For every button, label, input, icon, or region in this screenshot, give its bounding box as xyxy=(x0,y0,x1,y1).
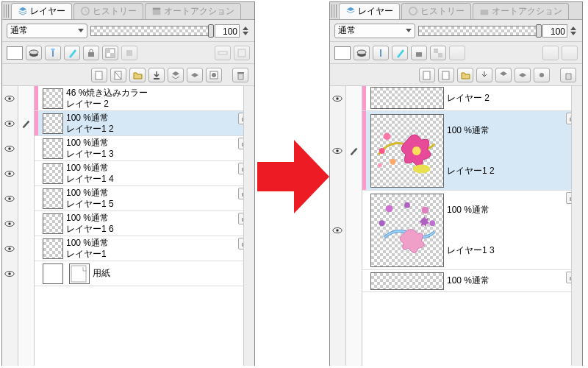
transfer-down-button[interactable] xyxy=(476,68,492,82)
reference-layer-button[interactable] xyxy=(45,46,61,60)
transfer-down-button[interactable] xyxy=(148,68,165,82)
layer-row[interactable]: 100 %通常 xyxy=(362,270,582,292)
opacity-stepper[interactable] xyxy=(243,26,250,35)
layer-thumbnail[interactable] xyxy=(43,263,63,284)
layer-thumbnail[interactable] xyxy=(370,194,444,267)
layer-row[interactable]: 100 %通常 レイヤー1 5 xyxy=(35,186,254,211)
visibility-toggle[interactable] xyxy=(2,161,17,186)
slider-knob[interactable] xyxy=(208,24,214,38)
opacity-slider[interactable] xyxy=(418,26,539,36)
layer-color-button[interactable] xyxy=(562,46,578,60)
layer-thumbnail[interactable] xyxy=(43,238,63,259)
layer-name[interactable]: レイヤー 2 xyxy=(447,93,582,104)
visibility-toggle[interactable] xyxy=(330,111,345,191)
layer-name[interactable]: レイヤー1 2 xyxy=(447,166,582,177)
layer-name[interactable]: レイヤー1 6 xyxy=(66,224,254,235)
grip-icon[interactable] xyxy=(331,4,337,18)
palette-color-swatch[interactable] xyxy=(7,46,23,60)
draft-layer-button[interactable] xyxy=(64,46,80,60)
mask-button[interactable] xyxy=(534,68,550,82)
new-raster-layer-button[interactable] xyxy=(419,68,435,82)
merge-down-button[interactable] xyxy=(168,68,184,82)
layer-name[interactable]: レイヤー1 5 xyxy=(66,199,254,210)
blend-mode-select[interactable]: 通常 xyxy=(334,24,415,38)
ruler-button[interactable] xyxy=(542,46,559,60)
ruler-button[interactable] xyxy=(215,46,231,60)
lock-button[interactable] xyxy=(411,46,427,60)
tab-autoaction[interactable]: オートアクション xyxy=(145,3,241,19)
layer-row[interactable]: 100 %通常 レイヤー1 3 xyxy=(35,136,254,161)
layer-row[interactable]: 46 %焼き込みカラー レイヤー 2 xyxy=(35,86,254,111)
new-raster-layer-button[interactable] xyxy=(91,68,107,82)
layer-thumbnail[interactable] xyxy=(43,188,63,209)
layer-thumbnail[interactable] xyxy=(370,87,444,109)
layer-thumbnail[interactable] xyxy=(43,213,63,234)
delete-layer-button[interactable] xyxy=(232,68,248,82)
mask-enable-button[interactable] xyxy=(449,46,465,60)
opacity-stepper[interactable] xyxy=(570,26,578,35)
layer-thumbnail[interactable] xyxy=(43,163,63,184)
lock-transparent-button[interactable] xyxy=(102,46,118,60)
new-folder-button[interactable] xyxy=(457,68,473,82)
clip-mask-button[interactable] xyxy=(26,46,42,60)
merge-down-button[interactable] xyxy=(495,68,512,82)
new-vector-layer-button[interactable] xyxy=(110,68,126,82)
visibility-toggle[interactable] xyxy=(2,186,17,211)
layer-row[interactable]: 100 %通常 レイヤー1 xyxy=(35,236,254,261)
layer-mask-thumbnail[interactable] xyxy=(69,263,90,284)
layer-row[interactable]: 100 %通常 レイヤー1 2 xyxy=(35,111,254,136)
tab-layers[interactable]: レイヤー xyxy=(11,3,72,19)
opacity-input[interactable]: 100 xyxy=(542,24,567,38)
opacity-input[interactable]: 100 xyxy=(215,24,240,38)
layer-row[interactable]: 100 %通常 レイヤー1 6 xyxy=(35,211,254,236)
mask-button[interactable] xyxy=(206,68,222,82)
layer-name[interactable]: レイヤー1 2 xyxy=(66,124,254,135)
tab-history[interactable]: ヒストリー xyxy=(401,3,471,19)
layer-color-button[interactable] xyxy=(234,46,250,60)
layer-thumbnail[interactable] xyxy=(370,272,444,290)
layer-thumbnail[interactable] xyxy=(43,113,63,134)
tab-autoaction[interactable]: オートアクション xyxy=(473,3,569,19)
slider-knob[interactable] xyxy=(536,24,542,38)
opacity-slider[interactable] xyxy=(90,26,212,36)
scrollbar[interactable] xyxy=(571,86,582,366)
layer-row[interactable]: 100 %通常 レイヤー1 3 xyxy=(362,191,582,270)
layer-row[interactable]: レイヤー 2 xyxy=(362,86,582,111)
layer-name[interactable]: レイヤー1 4 xyxy=(66,174,254,185)
tab-history[interactable]: ヒストリー xyxy=(74,3,143,19)
blend-mode-select[interactable]: 通常 xyxy=(7,24,87,38)
draft-layer-button[interactable] xyxy=(392,46,408,60)
layer-thumbnail[interactable] xyxy=(43,138,63,159)
combine-button[interactable] xyxy=(187,68,203,82)
visibility-toggle[interactable] xyxy=(330,86,345,111)
layer-name[interactable]: レイヤー1 3 xyxy=(447,245,582,256)
visibility-toggle[interactable] xyxy=(2,211,17,236)
combine-button[interactable] xyxy=(514,68,531,82)
new-vector-layer-button[interactable] xyxy=(438,68,454,82)
visibility-toggle[interactable] xyxy=(2,261,17,286)
tab-layers[interactable]: レイヤー xyxy=(339,3,400,19)
layer-row[interactable]: 100 %通常 レイヤー1 2 xyxy=(362,111,582,191)
layer-name[interactable]: レイヤー1 3 xyxy=(66,149,254,160)
delete-layer-button[interactable] xyxy=(560,68,576,82)
clip-mask-button[interactable] xyxy=(354,46,370,60)
reference-layer-button[interactable] xyxy=(373,46,389,60)
layer-thumbnail[interactable] xyxy=(43,88,63,109)
layer-name[interactable]: 用紙 xyxy=(93,268,254,279)
palette-color-swatch[interactable] xyxy=(334,46,351,60)
mask-enable-button[interactable] xyxy=(121,46,137,60)
lock-transparent-button[interactable] xyxy=(430,46,446,60)
layer-name[interactable]: レイヤー 2 xyxy=(66,99,254,110)
visibility-toggle[interactable] xyxy=(330,191,345,270)
layer-row[interactable]: 100 %通常 レイヤー1 4 xyxy=(35,161,254,186)
visibility-toggle[interactable] xyxy=(2,136,17,161)
layer-row[interactable]: 用紙 xyxy=(35,261,254,286)
lock-button[interactable] xyxy=(83,46,99,60)
layer-thumbnail[interactable] xyxy=(370,114,444,188)
grip-icon[interactable] xyxy=(4,4,10,18)
new-folder-button[interactable] xyxy=(129,68,146,82)
scrollbar[interactable] xyxy=(243,86,254,366)
visibility-toggle[interactable] xyxy=(2,86,17,111)
visibility-toggle[interactable] xyxy=(2,236,17,261)
layer-name[interactable]: レイヤー1 xyxy=(66,249,254,260)
